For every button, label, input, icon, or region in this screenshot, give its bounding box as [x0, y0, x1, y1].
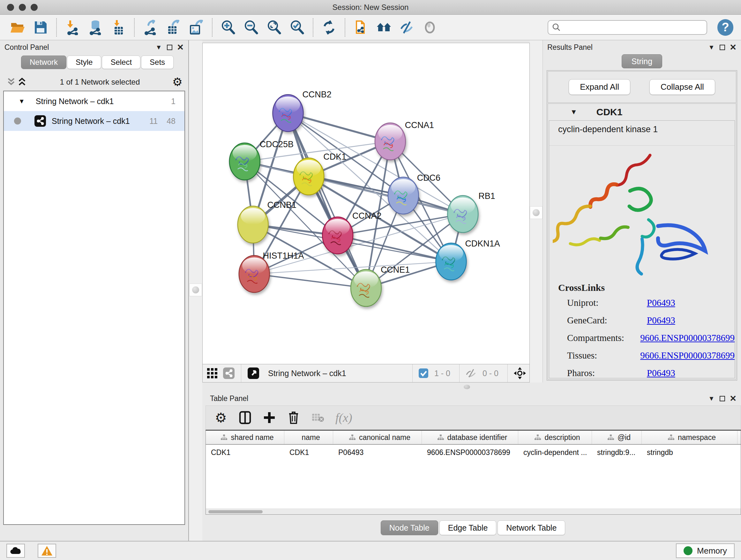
network-node-CDKN1A[interactable]: CDKN1A [436, 239, 500, 280]
column-header-namespace[interactable]: namespace [642, 431, 738, 444]
open-session-button[interactable] [8, 17, 27, 37]
tab-string[interactable]: String [622, 54, 662, 68]
tab-sets[interactable]: Sets [141, 56, 174, 69]
horizontal-splitter[interactable] [202, 382, 741, 391]
zoom-selected-button[interactable] [287, 17, 307, 37]
network-node-CDC25B[interactable]: CDC25B [229, 139, 293, 180]
zoom-out-button[interactable] [241, 17, 261, 37]
column-header-database-identifier[interactable]: database identifier [422, 431, 518, 444]
save-session-button[interactable] [30, 17, 51, 37]
table-hscrollbar[interactable] [206, 509, 741, 514]
network-node-CDC6[interactable]: CDC6 [388, 173, 441, 214]
panel-menu-icon[interactable]: ▼ [708, 44, 715, 51]
birdseye-view-icon[interactable] [247, 367, 260, 380]
hide-selected-button[interactable] [397, 17, 417, 37]
table-cell[interactable]: stringdb:9... [592, 448, 642, 457]
delete-column-trash-icon[interactable] [287, 411, 300, 424]
expand-all-button[interactable]: Expand All [569, 79, 630, 95]
zoom-in-button[interactable] [218, 17, 238, 37]
column-header-name[interactable]: name [284, 431, 333, 444]
column-header-description[interactable]: description [518, 431, 592, 444]
export-network-button[interactable] [140, 17, 160, 37]
panel-float-icon[interactable] [720, 396, 725, 401]
control-panel-collapse-handle[interactable] [189, 284, 202, 296]
grid-view-icon[interactable] [206, 367, 219, 380]
column-header--id[interactable]: @id [592, 431, 642, 444]
network-node-CCNE1[interactable]: CCNE1 [351, 265, 410, 307]
column-header-canonical-name[interactable]: canonical name [333, 431, 422, 444]
pan-crosshair-icon[interactable] [514, 367, 526, 380]
panel-close-icon[interactable]: ✕ [177, 43, 184, 52]
crosslink-value-link[interactable]: P06493 [647, 368, 675, 378]
memory-button[interactable]: Memory [676, 543, 735, 558]
tab-node-table[interactable]: Node Table [381, 520, 438, 535]
table-cell[interactable]: cyclin-dependent ... [518, 448, 592, 457]
network-canvas[interactable]: CCNB2CCNA1CDC25BCDK1CDC6RB1CCNB1CCNA2CDK… [202, 43, 530, 364]
search-input[interactable] [563, 23, 703, 32]
network-node-CDK1[interactable]: CDK1 [293, 152, 346, 195]
collapse-all-icon[interactable] [6, 77, 17, 87]
network-node-CCNA1[interactable]: CCNA1 [375, 120, 434, 160]
tab-edge-table[interactable]: Edge Table [440, 520, 496, 535]
panel-float-icon[interactable] [720, 45, 725, 50]
protein-collapse-icon[interactable]: ▼ [570, 108, 577, 116]
help-button[interactable]: ? [718, 19, 733, 36]
table-cell[interactable]: CDK1 [284, 448, 333, 457]
apply-layout-button[interactable] [319, 17, 339, 37]
crosslink-value-link[interactable]: 9606.ENSP00000378699 [640, 350, 735, 361]
show-columns-icon[interactable] [239, 411, 252, 424]
network-collection-row[interactable]: ▼ String Network – cdk1 1 [4, 91, 185, 111]
delete-table-icon [311, 411, 325, 424]
show-graphics-details-button[interactable] [420, 17, 440, 37]
crosslink-value-link[interactable]: P06493 [647, 315, 675, 326]
zoom-fit-button[interactable] [264, 17, 284, 37]
tab-select[interactable]: Select [102, 56, 140, 69]
collection-expand-icon[interactable]: ▼ [18, 98, 25, 105]
panel-close-icon[interactable]: ✕ [730, 394, 737, 403]
table-hscrollbar-thumb[interactable] [208, 510, 263, 513]
main-toolbar: ? [0, 15, 741, 40]
node-label-CDKN1A: CDKN1A [465, 239, 500, 248]
panel-menu-icon[interactable]: ▼ [155, 44, 162, 51]
add-column-icon[interactable] [263, 411, 276, 424]
tab-network[interactable]: Network [21, 56, 66, 69]
network-options-gear-icon[interactable]: ⚙ [172, 76, 183, 88]
table-tabs: Node Table Edge Table Network Table [205, 515, 741, 541]
column-header-shared-name[interactable]: shared name [206, 431, 284, 444]
network-row[interactable]: String Network – cdk1 11 48 [4, 111, 185, 131]
collapse-all-button[interactable]: Collapse All [650, 79, 715, 95]
table-toolbar: ⚙ f(x) [205, 406, 741, 430]
import-table-file-button[interactable] [109, 17, 128, 37]
import-network-file-button[interactable] [63, 17, 82, 37]
table-cell[interactable]: P06493 [333, 448, 422, 457]
panel-close-icon[interactable]: ✕ [730, 43, 737, 52]
export-image-button[interactable] [186, 17, 206, 37]
network-node-RB1[interactable]: RB1 [448, 191, 495, 233]
expand-all-icon[interactable] [17, 77, 27, 87]
import-network-database-button[interactable] [85, 17, 105, 37]
cloud-status-button[interactable] [6, 544, 25, 558]
table-cell[interactable]: 9606.ENSP00000378699 [422, 448, 518, 457]
crosslink-value-link[interactable]: P06493 [647, 298, 675, 308]
new-network-from-selection-button[interactable] [351, 17, 371, 37]
results-panel-collapse-handle[interactable] [530, 206, 542, 219]
selected-nodes-checkbox-icon[interactable] [418, 368, 428, 378]
network-node-count: 11 [149, 117, 158, 126]
network-node-CCNB1[interactable]: CCNB1 [238, 200, 296, 243]
tab-network-table[interactable]: Network Table [497, 520, 565, 535]
crosslink-value-link[interactable]: 9606.ENSP00000378699 [640, 333, 735, 343]
network-current-dot [14, 118, 21, 125]
first-neighbors-button[interactable] [374, 17, 394, 37]
table-settings-gear-icon[interactable]: ⚙ [214, 411, 227, 424]
table-row[interactable]: CDK1CDK1P064939606.ENSP00000378699cyclin… [206, 445, 741, 460]
network-view-icon[interactable] [222, 367, 235, 380]
table-cell[interactable]: CDK1 [206, 448, 284, 457]
warnings-button[interactable] [38, 544, 56, 558]
export-table-button[interactable] [163, 17, 183, 37]
protein-card-header[interactable]: ▼ CDK1 [548, 104, 736, 120]
panel-float-icon[interactable] [167, 45, 172, 50]
panel-menu-icon[interactable]: ▼ [708, 395, 715, 401]
node-label-HIST1H1A: HIST1H1A [263, 251, 304, 260]
table-cell[interactable]: stringdb [642, 448, 738, 457]
tab-style[interactable]: Style [67, 56, 101, 69]
